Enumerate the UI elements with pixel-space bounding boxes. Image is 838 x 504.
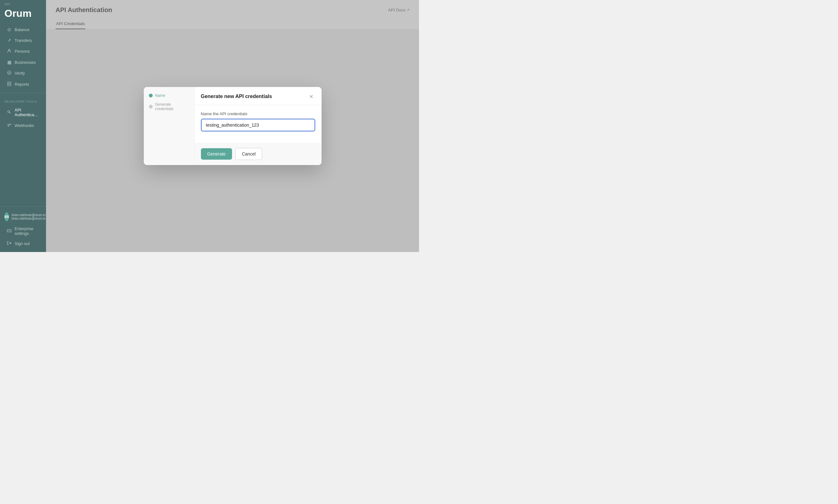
close-button[interactable]: ✕: [308, 93, 315, 100]
svg-point-0: [8, 49, 10, 51]
verify-icon: [6, 70, 12, 76]
enterprise-settings-icon: [6, 229, 12, 234]
modal-content: Generate new API credentials ✕ Name the …: [195, 87, 322, 165]
sidebar-item-label: Balance: [15, 27, 30, 32]
step-dot-generate: [149, 105, 153, 109]
sidebar-item-label: API Authentica…: [15, 108, 40, 117]
avatar: BR: [4, 212, 9, 221]
sidebar-item-api-auth[interactable]: API Authentica…: [2, 105, 44, 120]
sidebar-item-label: Webhooks: [15, 123, 34, 128]
api-credentials-name-input[interactable]: [201, 119, 315, 131]
user-info: BR brian.edelman@orum.io brian.edelman@o…: [0, 210, 46, 224]
sidebar-item-label: Sign out: [15, 241, 30, 246]
step-generate: Generate credentials: [149, 102, 189, 111]
user-email-1: brian.edelman@orum.io: [12, 213, 46, 217]
modal: Name Generate credentials Generate new A…: [144, 87, 322, 165]
main-content: API Authentication API Docs ↗ API Creden…: [46, 0, 419, 252]
sidebar-nav: ⊙ Balance ↗ Transfers Persons ▦ Business…: [0, 24, 46, 206]
sidebar-item-persons[interactable]: Persons: [2, 46, 44, 56]
transfers-icon: ↗: [6, 38, 12, 43]
svg-point-1: [7, 71, 11, 75]
sidebar-item-verify[interactable]: Verify: [2, 68, 44, 78]
sidebar-item-enterprise-settings[interactable]: Enterprise settings: [2, 224, 44, 238]
sidebar-item-transfers[interactable]: ↗ Transfers: [2, 35, 44, 46]
sidebar-item-sign-out[interactable]: Sign out: [2, 238, 44, 249]
api-auth-icon: [6, 110, 12, 115]
form-label: Name the API credentials: [201, 111, 315, 116]
sidebar-item-label: Reports: [15, 82, 29, 87]
businesses-icon: ▦: [6, 60, 12, 65]
sidebar-item-label: Enterprise settings: [15, 226, 40, 236]
modal-footer: Generate Cancel: [195, 143, 322, 165]
sidebar-item-reports[interactable]: Reports: [2, 79, 44, 90]
user-email-2: brian.edelman@orum.io: [12, 217, 46, 220]
env-label: UAT: [0, 0, 46, 6]
balance-icon: ⊙: [6, 27, 12, 32]
reports-icon: [6, 82, 12, 87]
sign-out-icon: [6, 241, 12, 246]
sidebar-bottom: BR brian.edelman@orum.io brian.edelman@o…: [0, 206, 46, 252]
sidebar-item-label: Verify: [15, 71, 25, 75]
logo: Orum: [0, 6, 46, 24]
svg-point-7: [8, 126, 9, 127]
form-group-name: Name the API credentials: [201, 111, 315, 131]
persons-icon: [6, 49, 12, 54]
sidebar-item-webhooks[interactable]: Webhooks: [2, 120, 44, 131]
sidebar: UAT Orum ⊙ Balance ↗ Transfers Persons ▦…: [0, 0, 46, 252]
sidebar-item-balance[interactable]: ⊙ Balance: [2, 24, 44, 35]
step-label-name: Name: [155, 93, 165, 98]
modal-title: Generate new API credentials: [201, 94, 272, 100]
dev-tools-label: DEVELOPER TOOLS: [0, 96, 46, 104]
modal-overlay: Name Generate credentials Generate new A…: [46, 0, 419, 252]
modal-body: Name the API credentials: [195, 105, 322, 143]
sidebar-item-label: Transfers: [15, 38, 32, 43]
generate-button[interactable]: Generate: [201, 148, 232, 160]
step-label-generate: Generate credentials: [155, 102, 189, 111]
webhooks-icon: [6, 123, 12, 128]
cancel-button[interactable]: Cancel: [235, 148, 263, 160]
sidebar-item-label: Persons: [15, 49, 30, 54]
step-name: Name: [149, 93, 189, 98]
step-dot-name: [149, 94, 153, 97]
modal-header: Generate new API credentials ✕: [195, 87, 322, 105]
modal-steps: Name Generate credentials: [144, 87, 195, 165]
sidebar-item-label: Businesses: [15, 60, 36, 65]
sidebar-item-businesses[interactable]: ▦ Businesses: [2, 57, 44, 67]
